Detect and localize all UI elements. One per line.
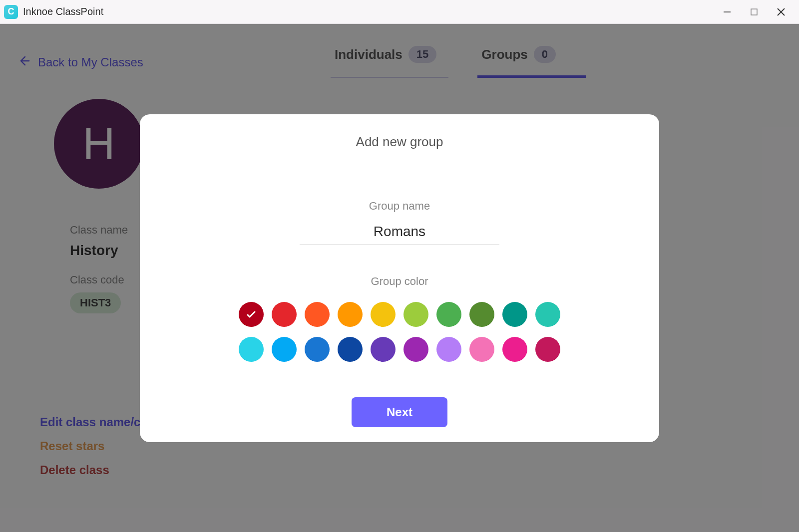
modal-footer: Next [140,387,659,427]
color-swatch[interactable] [338,302,363,327]
app-icon: C [4,5,18,19]
app-title: Inknoe ClassPoint [23,6,103,17]
group-name-input[interactable] [300,221,499,245]
color-swatch[interactable] [436,337,461,362]
color-swatch[interactable] [371,337,396,362]
color-swatch[interactable] [469,337,494,362]
group-name-label: Group name [369,200,430,213]
color-swatch[interactable] [272,337,297,362]
close-button[interactable] [775,6,787,18]
color-swatch[interactable] [371,302,396,327]
color-picker [239,302,560,362]
color-swatch[interactable] [305,302,330,327]
maximize-button[interactable] [748,6,760,18]
color-swatch[interactable] [436,302,461,327]
color-swatch[interactable] [272,302,297,327]
color-swatch[interactable] [403,337,428,362]
group-color-label: Group color [371,275,428,288]
modal-overlay[interactable]: Add new group Group name Group color Nex… [0,24,799,532]
color-swatch[interactable] [535,302,560,327]
colors-row-1 [239,302,560,327]
svg-rect-1 [751,9,757,15]
color-swatch[interactable] [469,302,494,327]
titlebar-left: C Inknoe ClassPoint [4,5,103,19]
next-button[interactable]: Next [352,397,447,427]
window-controls [721,6,795,18]
titlebar: C Inknoe ClassPoint [0,0,799,24]
minimize-button[interactable] [721,6,733,18]
color-swatch[interactable] [239,337,264,362]
color-swatch[interactable] [338,337,363,362]
modal-title: Add new group [356,134,443,150]
color-swatch[interactable] [502,302,527,327]
main-content: Back to My Classes H Class name History … [0,24,799,532]
add-group-modal: Add new group Group name Group color Nex… [140,114,659,442]
color-swatch[interactable] [502,337,527,362]
color-swatch[interactable] [239,302,264,327]
color-swatch[interactable] [305,337,330,362]
color-swatch[interactable] [535,337,560,362]
color-swatch[interactable] [403,302,428,327]
check-icon [245,308,257,320]
colors-row-2 [239,337,560,362]
